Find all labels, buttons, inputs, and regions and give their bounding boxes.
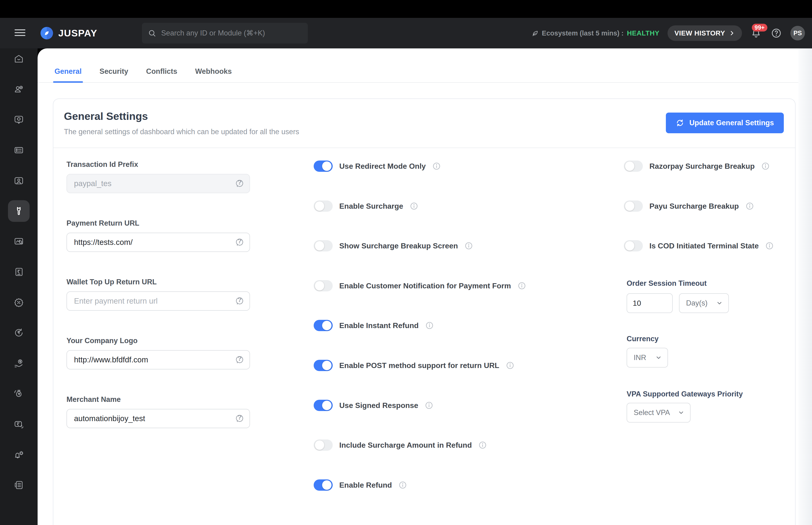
currency-label: Currency <box>627 335 659 343</box>
info-icon[interactable] <box>765 242 774 250</box>
general-settings-panel: General Settings The general settings of… <box>53 99 796 525</box>
currency-select[interactable]: INR <box>627 348 668 368</box>
info-icon[interactable] <box>432 162 441 170</box>
sidebar-item-settings[interactable] <box>8 200 30 222</box>
vpa-select[interactable]: Select VPA <box>627 403 691 422</box>
field-label: Merchant Name <box>66 395 250 404</box>
settings-wrench-icon <box>13 206 24 216</box>
use-signed-response-toggle[interactable] <box>314 400 333 411</box>
transactions-icon <box>13 267 24 277</box>
search-input[interactable] <box>161 29 302 38</box>
help-bubble-icon[interactable]: ? <box>235 414 244 423</box>
page-subtitle: The general settings of dashboard which … <box>64 127 299 136</box>
svg-text:?: ? <box>238 179 242 186</box>
main-content: General Security Conflicts Webhooks Gene… <box>37 48 798 525</box>
hamburger-menu-icon[interactable] <box>15 29 25 37</box>
payment-return-url-input[interactable] <box>66 232 250 252</box>
help-button[interactable] <box>770 27 782 39</box>
use-redirect-mode-only-toggle[interactable] <box>314 161 333 172</box>
products-icon <box>13 115 24 125</box>
field-label: Your Company Logo <box>66 336 250 345</box>
offers-icon <box>13 297 24 308</box>
include-surcharge-in-refund-toggle[interactable] <box>314 439 333 451</box>
timeout-unit-select[interactable]: Day(s) <box>679 293 729 313</box>
toggle-row-surcharge-in-refund: Include Surcharge Amount in Refund <box>314 439 487 451</box>
sidebar-item-refunds[interactable] <box>8 322 30 344</box>
enable-instant-refund-toggle[interactable] <box>314 320 333 331</box>
order-session-timeout-input[interactable] <box>627 293 673 313</box>
notification-count-badge: 99+ <box>752 24 767 31</box>
enable-customer-notification-toggle[interactable] <box>314 280 333 291</box>
sidebar-nav <box>0 48 37 525</box>
notifications-button[interactable]: 99+ <box>750 27 762 39</box>
wallet-topup-return-url-input[interactable] <box>66 291 250 311</box>
enable-surcharge-toggle[interactable] <box>314 200 333 212</box>
tab-webhooks[interactable]: Webhooks <box>195 67 232 82</box>
tab-general[interactable]: General <box>55 67 81 82</box>
tab-security[interactable]: Security <box>99 67 128 82</box>
view-history-button[interactable]: VIEW HISTORY <box>668 25 742 41</box>
enable-post-method-toggle[interactable] <box>314 360 333 371</box>
orders-icon <box>13 145 24 155</box>
toggle-row-customer-notification: Enable Customer Notification for Payment… <box>314 280 526 291</box>
info-icon[interactable] <box>425 321 434 330</box>
svg-text:?: ? <box>238 414 242 421</box>
user-avatar[interactable]: PS <box>791 26 805 41</box>
settlements-icon <box>13 388 24 399</box>
scrollbar-gutter[interactable] <box>798 48 812 525</box>
svg-text:?: ? <box>238 296 242 303</box>
home-icon <box>13 54 24 64</box>
info-icon[interactable] <box>506 361 514 370</box>
toggle-row-show-surcharge-breakup: Show Surcharge Breakup Screen <box>314 240 473 252</box>
sidebar-item-invoices[interactable] <box>8 474 30 496</box>
info-icon[interactable] <box>478 441 487 449</box>
info-icon[interactable] <box>410 202 418 210</box>
sidebar-item-analytics[interactable] <box>8 231 30 252</box>
payu-surcharge-breakup-toggle[interactable] <box>624 200 643 212</box>
field-wallet-topup-return-url: Wallet Top Up Return URL ? <box>66 278 250 311</box>
sidebar-item-alerts-config[interactable] <box>8 444 30 465</box>
sidebar-item-customers[interactable] <box>8 78 30 100</box>
toggle-row-razorpay-surcharge: Razorpay Surcharge Breakup <box>624 161 770 172</box>
global-search[interactable] <box>142 23 308 44</box>
help-bubble-icon[interactable]: ? <box>235 296 244 306</box>
sidebar-item-profile[interactable] <box>8 170 30 192</box>
chevron-down-icon <box>678 409 685 416</box>
sidebar-item-transactions[interactable] <box>8 261 30 283</box>
sidebar-item-offers[interactable] <box>8 291 30 313</box>
enable-refund-toggle[interactable] <box>314 479 333 491</box>
refunds-icon <box>13 327 24 338</box>
toggle-row-use-redirect-mode: Use Redirect Mode Only <box>314 161 441 172</box>
info-icon[interactable] <box>518 282 526 290</box>
is-cod-initiated-terminal-state-toggle[interactable] <box>624 240 643 252</box>
company-logo-input[interactable] <box>66 350 250 370</box>
toggle-row-post-method: Enable POST method support for return UR… <box>314 360 514 371</box>
sidebar-item-payouts[interactable] <box>8 352 30 374</box>
tab-conflicts[interactable]: Conflicts <box>146 67 178 82</box>
toggle-row-cod-terminal-state: Is COD Initiated Terminal State <box>624 240 774 252</box>
merchant-name-input[interactable] <box>66 409 250 428</box>
sidebar-item-products[interactable] <box>8 109 30 131</box>
customers-icon <box>13 84 24 95</box>
help-bubble-icon[interactable]: ? <box>235 238 244 247</box>
help-bubble-icon[interactable]: ? <box>235 355 244 364</box>
info-icon[interactable] <box>464 242 473 250</box>
topbar: JUSPAY Ecosystem (last 5 mins) : HEALTHY… <box>0 18 812 48</box>
analytics-icon <box>13 236 24 247</box>
sidebar-item-home[interactable] <box>8 48 30 70</box>
help-bubble-icon[interactable]: ? <box>235 179 244 188</box>
info-icon[interactable] <box>425 401 433 410</box>
razorpay-surcharge-breakup-toggle[interactable] <box>624 161 643 172</box>
field-label: Payment Return URL <box>66 219 250 227</box>
sidebar-item-orders[interactable] <box>8 139 30 161</box>
juspay-logo-icon <box>40 26 53 40</box>
info-icon[interactable] <box>746 202 754 210</box>
window-top-strip <box>0 0 812 18</box>
sidebar-item-payment-links[interactable] <box>8 414 30 435</box>
info-icon[interactable] <box>398 481 407 489</box>
panel-header: General Settings The general settings of… <box>53 99 795 148</box>
update-general-settings-button[interactable]: Update General Settings <box>666 112 784 133</box>
show-surcharge-breakup-screen-toggle[interactable] <box>314 240 333 252</box>
sidebar-item-settlements[interactable] <box>8 383 30 404</box>
info-icon[interactable] <box>761 162 770 170</box>
